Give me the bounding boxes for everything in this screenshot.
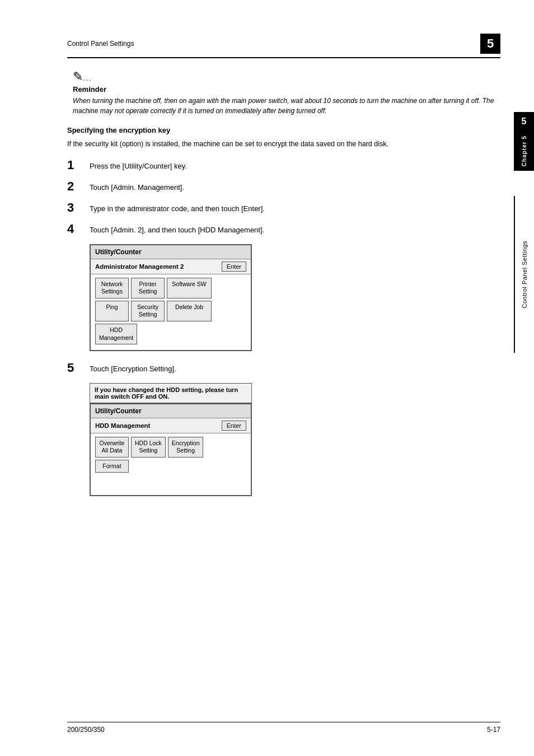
ui-mockup-2: Utility/Counter HDD Management Enter Ove… — [90, 403, 252, 497]
step-2-text: Touch [Admin. Management]. — [90, 180, 184, 193]
step-1-number: 1 — [67, 158, 90, 172]
ui-mockup-1: Utility/Counter Administrator Management… — [90, 244, 252, 352]
step-1: 1 Press the [Utility/Counter] key. — [67, 158, 500, 172]
encryption-setting-btn[interactable]: EncryptionSetting — [168, 437, 204, 458]
mockup1-subheader: Administrator Management 2 Enter — [91, 259, 251, 274]
software-sw-btn[interactable]: Software SW — [167, 278, 212, 298]
footer-model: 200/250/350 — [67, 726, 105, 734]
mockup1-row1: NetworkSettings PrinterSetting Software … — [95, 278, 246, 298]
format-btn[interactable]: Format — [95, 460, 129, 473]
hdd-management-btn[interactable]: HDDManagement — [95, 324, 137, 344]
chapter-tab-number: 5 — [522, 116, 527, 127]
step-1-text: Press the [Utility/Counter] key. — [90, 158, 187, 172]
step-4: 4 Touch [Admin. 2], and then touch [HDD … — [67, 222, 500, 236]
chapter-number-box: 5 — [480, 34, 500, 54]
hdd-lock-setting-btn[interactable]: HDD LockSetting — [131, 437, 166, 458]
main-content: Control Panel Settings 5 ✎... Reminder W… — [67, 0, 500, 496]
page-footer: 200/250/350 5-17 — [67, 722, 500, 734]
mockup1-subheader-title: Administrator Management 2 — [95, 263, 222, 270]
warning-banner: If you have changed the HDD setting, ple… — [90, 383, 252, 403]
mockup2-row2: Format — [95, 460, 246, 473]
reminder-title: Reminder — [73, 85, 500, 94]
step-3-number: 3 — [67, 201, 90, 214]
step-2: 2 Touch [Admin. Management]. — [67, 180, 500, 193]
footer-page: 5-17 — [487, 726, 500, 734]
page-header-title: Control Panel Settings — [67, 40, 134, 48]
overwrite-all-data-btn[interactable]: OverwriteAll Data — [95, 437, 129, 458]
chapter-tab-text: Chapter 5 — [521, 136, 527, 166]
section-heading: Specifying the encryption key — [67, 126, 500, 134]
step-5: 5 Touch [Encryption Setting]. — [67, 361, 500, 375]
step-2-number: 2 — [67, 180, 90, 193]
reminder-text: When turning the machine off, then on ag… — [73, 96, 500, 116]
step-3: 3 Type in the administrator code, and th… — [67, 201, 500, 214]
mockup1-row3: HDDManagement — [95, 324, 246, 344]
step-5-text: Touch [Encryption Setting]. — [90, 361, 176, 375]
ping-btn[interactable]: Ping — [95, 301, 129, 321]
chapter-tab: 5 Chapter 5 — [514, 112, 534, 171]
right-side-label: Control Panel Settings — [514, 196, 534, 353]
page-wrapper: 5 Chapter 5 Control Panel Settings Contr… — [0, 0, 534, 756]
step-4-text: Touch [Admin. 2], and then touch [HDD Ma… — [90, 222, 264, 236]
ui-mockup-2-wrapper: If you have changed the HDD setting, ple… — [90, 383, 500, 497]
printer-setting-btn[interactable]: PrinterSetting — [131, 278, 165, 298]
mockup1-header: Utility/Counter — [91, 245, 251, 259]
mockup1-enter-btn[interactable]: Enter — [222, 262, 246, 272]
right-label-text: Control Panel Settings — [521, 241, 528, 308]
step-3-text: Type in the administrator code, and then… — [90, 201, 265, 214]
reminder-icon: ✎... — [73, 69, 500, 84]
step-5-number: 5 — [67, 361, 90, 375]
mockup2-subheader-title: HDD Management — [95, 422, 222, 429]
warning-text: If you have changed the HDD setting, ple… — [95, 386, 238, 400]
mockup1-row2: Ping SecuritySetting Delete Job — [95, 301, 246, 321]
reminder-dots: ... — [83, 74, 92, 82]
mockup2-row1: OverwriteAll Data HDD LockSetting Encryp… — [95, 437, 246, 458]
reminder-section: ✎... Reminder When turning the machine o… — [67, 69, 500, 116]
page-header: Control Panel Settings 5 — [67, 34, 500, 58]
security-setting-btn[interactable]: SecuritySetting — [131, 301, 165, 321]
mockup1-body: NetworkSettings PrinterSetting Software … — [91, 274, 251, 351]
mockup2-body: OverwriteAll Data HDD LockSetting Encryp… — [91, 433, 251, 496]
mockup2-enter-btn[interactable]: Enter — [222, 421, 246, 431]
pencil-icon: ✎ — [73, 69, 83, 83]
mockup2-subheader: HDD Management Enter — [91, 418, 251, 433]
delete-job-btn[interactable]: Delete Job — [167, 301, 212, 321]
network-settings-btn[interactable]: NetworkSettings — [95, 278, 129, 298]
step-4-number: 4 — [67, 222, 90, 236]
mockup2-header: Utility/Counter — [91, 404, 251, 418]
intro-paragraph: If the security kit (option) is installe… — [67, 139, 500, 150]
